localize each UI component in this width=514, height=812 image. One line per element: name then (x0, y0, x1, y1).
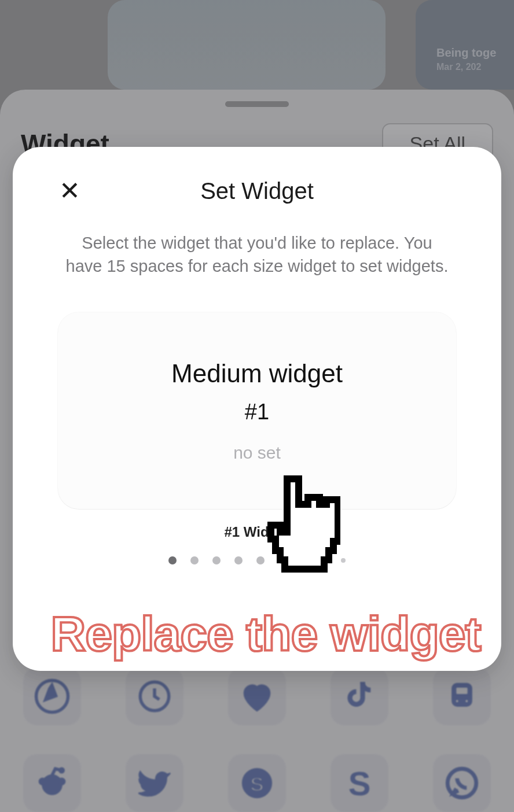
bg-preview-text-1: Being toge (436, 46, 514, 60)
page-indicator[interactable] (36, 556, 478, 564)
sheet-grabber[interactable] (225, 101, 289, 107)
svg-point-7 (39, 778, 46, 785)
app-icon-safari[interactable] (23, 667, 81, 725)
svg-point-9 (59, 768, 64, 773)
modal-description: Select the widget that you'd like to rep… (36, 231, 478, 278)
svg-point-6 (43, 775, 62, 794)
page-dot[interactable] (168, 556, 177, 564)
app-icon-reddit[interactable] (23, 754, 81, 812)
svg-point-8 (58, 778, 65, 785)
widget-slot-number: #1 (245, 400, 269, 425)
app-icon-tiktok[interactable] (331, 667, 388, 725)
app-icon-transit[interactable] (433, 667, 491, 725)
app-icon-twitter[interactable] (126, 754, 183, 812)
page-dot[interactable] (341, 558, 346, 563)
app-icon-heart[interactable] (228, 667, 286, 725)
set-widget-modal: Set Widget ✕ Select the widget that you'… (13, 147, 501, 671)
page-dot[interactable] (234, 556, 243, 564)
video-caption: Replace the widget (35, 606, 497, 662)
bg-preview-text-2: Mar 2, 202 (436, 62, 514, 72)
svg-text:S: S (250, 773, 264, 796)
page-dot[interactable] (212, 556, 221, 564)
page-dot[interactable] (300, 556, 309, 564)
app-icon-clock[interactable] (126, 667, 183, 725)
svg-point-3 (455, 699, 459, 703)
app-icon-whatsapp[interactable] (433, 754, 491, 812)
page-dot[interactable] (278, 556, 287, 564)
widget-size-label: Medium widget (171, 359, 343, 388)
background-widget-preview (108, 0, 386, 90)
app-icon-skype[interactable]: S (228, 754, 286, 812)
widget-slot-card[interactable]: Medium widget #1 no set (58, 312, 456, 509)
svg-rect-5 (456, 687, 468, 695)
app-icon-grid: S S (17, 667, 497, 812)
modal-title: Set Widget (36, 178, 478, 204)
background-widget-preview-2: Being toge Mar 2, 202 (416, 0, 514, 90)
page-dot[interactable] (322, 558, 327, 563)
widget-slot-status: no set (233, 443, 281, 463)
page-dot[interactable] (190, 556, 199, 564)
widget-slot-caption: #1 Widget (36, 524, 478, 540)
svg-point-4 (465, 699, 469, 703)
page-dot[interactable] (256, 556, 265, 564)
app-icon-s[interactable]: S (331, 754, 388, 812)
